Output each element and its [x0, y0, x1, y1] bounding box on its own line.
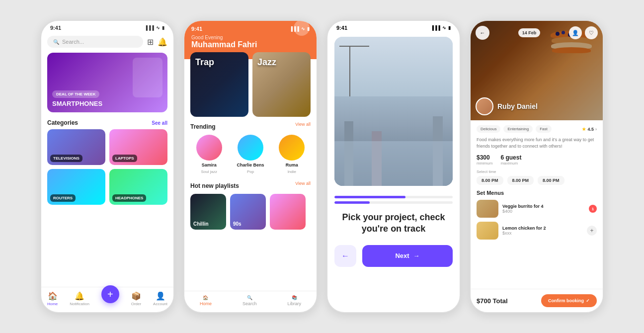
bottom-nav-1: 🏠 Home 🔔 Notification + 📦 Order 👤 Accoun…	[41, 287, 173, 312]
nav-home-label: Home	[47, 302, 58, 306]
category-laptop[interactable]: LAPTOPS	[109, 129, 167, 165]
artist-ruma[interactable]: Ruma Indie	[273, 135, 311, 174]
playlist-90s[interactable]: 90s	[230, 194, 266, 230]
back-button[interactable]: ←	[334, 245, 356, 267]
progress-fill-1	[334, 196, 405, 198]
chevron-right-icon: ›	[595, 127, 597, 132]
status-time-1: 9:41	[50, 25, 61, 31]
category-router[interactable]: ROUTERS	[47, 169, 105, 205]
nav2-library[interactable]: 📚 Library	[287, 295, 301, 306]
playlists-view-all[interactable]: View all	[295, 181, 311, 186]
time-chip-2[interactable]: 8.00 PM	[507, 176, 534, 185]
nav-notification[interactable]: 🔔 Notification	[70, 291, 89, 306]
trending-title: Trending	[190, 123, 216, 130]
food-tags-row: Delicious Entertaining Fast ★ 4.5 ›	[477, 125, 597, 133]
progress-bar-2	[334, 201, 453, 204]
set-menus-title: Set Menus	[477, 190, 597, 196]
notification-icon: 🔔	[75, 291, 84, 301]
music-username: Muhammad Fahri	[191, 40, 257, 49]
category-tv[interactable]: TELEVISIONS	[47, 129, 105, 165]
nav-order[interactable]: 📦 Order	[131, 291, 141, 306]
music-avatar	[294, 20, 310, 36]
user-icon-btn[interactable]: 👤	[569, 26, 582, 39]
status-time-3: 9:41	[336, 25, 347, 31]
nav-account[interactable]: 👤 Account	[153, 291, 167, 306]
genre-jazz[interactable]: Jazz	[252, 52, 311, 117]
wifi-icon-3: ∿	[442, 25, 446, 30]
category-laptop-label: LAPTOPS	[112, 155, 137, 162]
home-icon: 🏠	[48, 291, 58, 301]
hero-badge-1: DEAL OF THE WEEK	[52, 90, 99, 98]
library-icon: 📚	[292, 295, 297, 300]
search-icon: 🔍	[53, 39, 59, 45]
playlists-row: Chillin 90s	[184, 190, 317, 230]
playlists-section: Hot new playlists View all	[184, 178, 317, 190]
phone-project: 9:41 ▐▐▐ ∿ ▮	[326, 20, 461, 313]
trending-view-all[interactable]: View all	[295, 122, 311, 127]
chef-info: Ruby Daniel	[476, 97, 538, 115]
battery-icon-3: ▮	[448, 25, 451, 30]
price-min-label: minimum	[477, 161, 492, 166]
status-bar-3: 9:41 ▐▐▐ ∿ ▮	[327, 21, 460, 33]
search-field[interactable]: 🔍 Search...	[47, 36, 143, 48]
food-rating: ★ 4.5 ›	[582, 127, 597, 132]
music-greeting: Good Evening	[191, 35, 257, 40]
food-description: Food makes everything more fun and it's …	[477, 137, 597, 149]
food-body: Delicious Entertaining Fast ★ 4.5 › Food…	[471, 120, 603, 289]
time-row: 8.00 PM 8.00 PM 8.00 PM	[477, 176, 597, 185]
burrito-name: Veggie burrito for 4	[502, 204, 585, 209]
fab-add-button[interactable]: +	[101, 285, 119, 303]
grid-icon[interactable]: ⊞	[147, 37, 154, 47]
artists-row: Samira Soul jazz Charlie Bens Pop Ruma I…	[184, 131, 317, 178]
wifi-icon: ∿	[156, 25, 160, 30]
artist-charlie[interactable]: Charlie Bens Pop	[232, 135, 269, 174]
progress-fill-2	[334, 201, 370, 204]
time-chip-1[interactable]: 8.00 PM	[477, 176, 503, 185]
see-all-link[interactable]: See all	[152, 120, 167, 126]
phone-music: 9:41 ▐▐▐ ∿ ▮ Good Evening Muhammad Fahri…	[183, 20, 318, 313]
nav2-library-label: Library	[287, 301, 301, 306]
battery-icon: ▮	[162, 25, 164, 30]
artist-samira[interactable]: Samira Soul jazz	[190, 135, 228, 174]
bell-icon[interactable]: 🔔	[158, 37, 167, 47]
tag-entertaining: Entertaining	[503, 125, 533, 133]
phone-food: ← 14 Feb 👤 ♡ Ruby Daniel Delicious Enter…	[470, 20, 604, 313]
guest-count: 6 guest maximum	[500, 154, 521, 166]
nav2-home-label: Home	[200, 301, 212, 306]
project-actions: ← Next →	[334, 245, 453, 267]
confirm-booking-button[interactable]: Confirm booking ✓	[541, 294, 597, 307]
search-bar: 🔍 Search... ⊞ 🔔	[41, 33, 173, 51]
artist-genre-ruma: Indie	[288, 169, 296, 174]
signal-icon-3: ▐▐▐	[431, 25, 440, 30]
add-chicken-button[interactable]: +	[587, 226, 597, 236]
time-chip-3[interactable]: 8.00 PM	[538, 176, 564, 185]
rating-value: 4.5	[587, 127, 594, 132]
hero-badge-2: SMARTPHONES	[52, 100, 162, 107]
nav2-home[interactable]: 🏠 Home	[200, 295, 212, 306]
category-headphone[interactable]: HEADPHONES	[109, 169, 167, 205]
guest-label: maximum	[500, 161, 521, 166]
genre-trap[interactable]: Trap	[190, 52, 248, 117]
back-arrow-icon: ←	[341, 251, 349, 260]
category-router-label: ROUTERS	[50, 194, 76, 202]
nav2-search[interactable]: 🔍 Search	[242, 295, 257, 306]
burrito-image	[477, 200, 498, 218]
status-time-2: 9:41	[191, 26, 202, 32]
chicken-name: Lemon chicken for 2	[502, 226, 583, 231]
food-back-button[interactable]: ←	[476, 26, 489, 40]
playlist-90s-label: 90s	[233, 221, 242, 227]
nav-home[interactable]: 🏠 Home	[47, 291, 58, 306]
next-button[interactable]: Next →	[362, 245, 453, 267]
heart-icon-btn[interactable]: ♡	[585, 26, 598, 39]
playlist-pop[interactable]	[270, 194, 306, 230]
select-time-label: Select time	[477, 169, 597, 174]
price-min-amount: $300	[477, 154, 492, 161]
project-text: Pick your project, check you're on track	[334, 212, 453, 235]
categories-grid: TELEVISIONS LAPTOPS ROUTERS HEADPHONES	[41, 129, 173, 205]
total-amount: $700 Total	[477, 297, 508, 305]
playlist-chillin[interactable]: Chillin	[190, 194, 226, 230]
price-row: $300 minimum 6 guest maximum	[477, 154, 597, 166]
project-heading: Pick your project, check you're on track	[334, 212, 453, 235]
burrito-info: Veggie burrito for 4 $400	[502, 204, 585, 214]
food-hero: ← 14 Feb 👤 ♡ Ruby Daniel	[471, 21, 603, 120]
